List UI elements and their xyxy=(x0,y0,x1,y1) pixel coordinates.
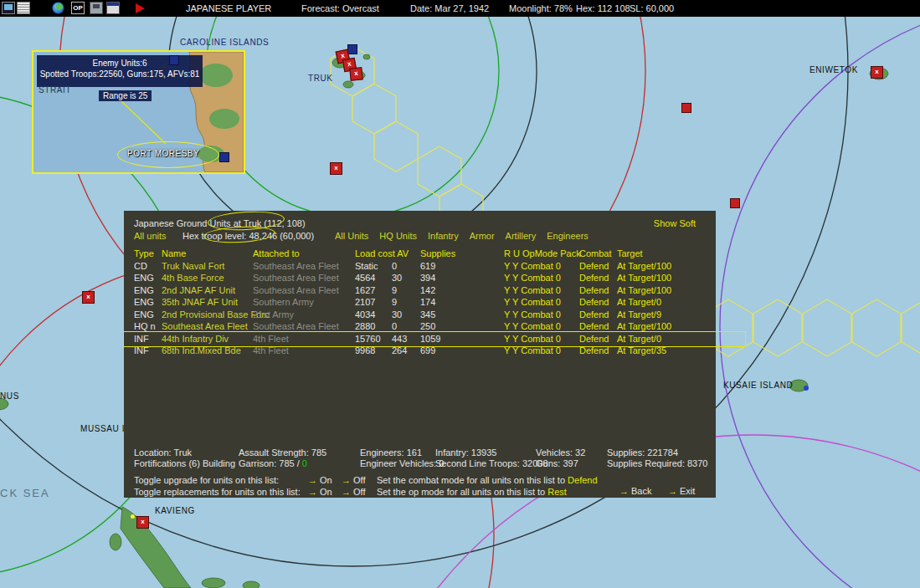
unit-supplies: 699 xyxy=(420,345,504,357)
filter-engineers[interactable]: Engineers xyxy=(547,230,588,243)
unit-combat-mode[interactable]: Defend xyxy=(579,320,617,333)
col-supplies: Supplies xyxy=(420,248,504,260)
unit-target[interactable]: At Target/9 xyxy=(617,309,706,321)
replacements-on-button[interactable]: →On xyxy=(308,486,342,498)
unit-mode-toggle[interactable]: Y Y Combat 0 xyxy=(504,260,579,273)
summary-assault-strength: Assault Strength: 785 xyxy=(239,447,360,458)
globe-icon[interactable] xyxy=(52,2,64,14)
hex-coords-text: Hex: 112 108 xyxy=(576,3,630,13)
unit-combat-mode[interactable]: Defend xyxy=(579,296,617,309)
unit-type: ENG xyxy=(134,272,162,284)
sea-level-text: SL: 60,000 xyxy=(630,3,674,13)
unit-combat-mode[interactable]: Defend xyxy=(579,333,617,345)
table-row: CD Truk Naval Fort Southeast Area Fleet … xyxy=(134,260,716,273)
unit-target[interactable]: At Target/100 xyxy=(617,272,706,284)
unit-mode-toggle[interactable]: Y Y Combat 0 xyxy=(504,272,579,284)
unit-combat-mode[interactable]: Defend xyxy=(579,284,617,297)
unit-mode-toggle[interactable]: Y Y Combat 0 xyxy=(504,296,579,309)
op-mode-icon[interactable]: OP xyxy=(71,2,85,14)
show-soft-link[interactable]: Show Soft xyxy=(654,217,696,230)
unit-target[interactable]: At Target/100 xyxy=(617,260,706,273)
unit-name-link[interactable]: 2nd JNAF AF Unit xyxy=(162,284,253,297)
unit-combat-mode[interactable]: Defend xyxy=(579,309,617,321)
unit-name-link[interactable]: 35th JNAF AF Unit xyxy=(162,296,253,309)
set-combat-mode-value[interactable]: Defend xyxy=(568,474,597,486)
ground-unit-counter-icon[interactable]: x xyxy=(330,162,342,175)
filter-artillery[interactable]: Artillery xyxy=(506,230,537,243)
filter-armor[interactable]: Armor xyxy=(470,230,495,243)
table-header: Type Name Attached to Load cost AV Suppl… xyxy=(134,248,716,260)
table-row: ENG 35th JNAF AF Unit Southern Army 2107… xyxy=(134,296,716,309)
summary-garrison: Garrison: 785 / 0 xyxy=(239,458,360,469)
upgrade-on-button[interactable]: →On xyxy=(308,474,342,486)
port-moresby-highlight-ellipse xyxy=(117,141,219,168)
unit-mode-toggle[interactable]: Y Y Combat 0 xyxy=(504,309,579,321)
arrow-icon: → xyxy=(308,487,317,497)
filter-infantry[interactable]: Infantry xyxy=(428,230,459,243)
unit-name-link[interactable]: Southeast Area Fleet xyxy=(162,320,253,333)
back-button[interactable]: →Back xyxy=(619,486,651,496)
unit-name-link[interactable]: 44th Infantry Div xyxy=(162,333,253,345)
summary-vehicles: Vehicles: 32 xyxy=(536,447,607,458)
unit-name-link[interactable]: 2nd Provisional Base Forc xyxy=(162,309,253,321)
unit-target[interactable]: At Target/100 xyxy=(617,320,706,333)
set-op-mode-value[interactable]: Rest xyxy=(547,486,567,498)
summary-second-line-troops: Second Line Troops: 32008 xyxy=(435,458,536,469)
window-icon[interactable] xyxy=(106,2,120,14)
unit-name-link[interactable]: Truk Naval Fort xyxy=(162,260,253,273)
unit-mode-toggle[interactable]: Y Y Combat 0 xyxy=(504,320,579,333)
unit-combat-mode[interactable]: Defend xyxy=(579,260,617,273)
unit-target[interactable]: At Target/35 xyxy=(617,345,706,357)
port-dot-icon xyxy=(804,386,809,391)
unit-mode-toggle[interactable]: Y Y Combat 0 xyxy=(504,333,579,345)
summary-supplies: Supplies: 221784 xyxy=(607,447,716,458)
save-disk-icon[interactable] xyxy=(90,2,103,14)
moonlight-text: Moonlight: 78% xyxy=(509,3,573,13)
menu-grid-icon[interactable] xyxy=(17,2,30,14)
units-table: Type Name Attached to Load cost AV Suppl… xyxy=(124,248,716,357)
play-turn-icon[interactable] xyxy=(136,3,145,13)
unit-name-link[interactable]: 4th Base Force xyxy=(162,272,253,284)
naval-hq-counter-icon[interactable] xyxy=(347,44,357,54)
ground-unit-counter-icon[interactable]: x xyxy=(136,516,149,529)
set-op-mode-label: Set the op mode for all units on this li… xyxy=(377,486,545,498)
arrow-icon: → xyxy=(308,475,317,485)
unit-av: 264 xyxy=(392,345,420,357)
on-label: On xyxy=(320,487,332,497)
all-units-link[interactable]: All units xyxy=(134,230,182,243)
upgrade-off-button[interactable]: →Off xyxy=(342,474,377,486)
filter-all-units[interactable]: All Units xyxy=(335,230,368,243)
unit-target[interactable]: At Target/0 xyxy=(617,333,706,345)
unit-attached: Southeast Area Fleet xyxy=(253,260,355,273)
summary-supplies-required: Supplies Required: 8370 xyxy=(607,458,716,469)
col-target: Target xyxy=(617,248,706,260)
filter-hq-units[interactable]: HQ Units xyxy=(379,230,417,243)
summary-fortifications: Fortifications (6) Building xyxy=(134,458,239,469)
unit-target[interactable]: At Target/0 xyxy=(617,296,706,309)
unit-mode-toggle[interactable]: Y Y Combat 0 xyxy=(504,284,579,297)
exit-button[interactable]: →Exit xyxy=(668,486,695,496)
enemy-base-counter-icon[interactable] xyxy=(219,152,229,162)
col-load-cost-av: Load cost AV xyxy=(355,248,420,260)
ground-unit-counter-icon[interactable]: x xyxy=(349,67,362,80)
unit-type: ENG xyxy=(134,284,162,297)
unit-combat-mode[interactable]: Defend xyxy=(579,345,617,357)
off-label: Off xyxy=(353,475,365,485)
replacements-off-button[interactable]: →Off xyxy=(342,486,377,498)
monitor-icon[interactable] xyxy=(2,2,15,14)
unit-load-cost: 15760 xyxy=(355,333,392,345)
unit-combat-mode[interactable]: Defend xyxy=(579,272,617,284)
unit-name-link[interactable]: 68th Ind.Mixed Bde xyxy=(162,345,253,357)
enemy-unit-counter-icon[interactable] xyxy=(169,55,179,65)
ground-unit-counter-icon[interactable]: x xyxy=(82,291,95,304)
ground-unit-counter-icon[interactable]: x xyxy=(871,66,883,79)
air-unit-counter-icon[interactable] xyxy=(681,103,691,113)
unit-target[interactable]: At Target/100 xyxy=(617,284,706,297)
toggle-replacements-label: Toggle replacements for units on this li… xyxy=(134,486,308,498)
unit-type: ENG xyxy=(134,309,162,321)
overview-minimap[interactable]: Enemy Units:6 Spotted Troops:22560, Guns… xyxy=(32,50,245,174)
air-unit-counter-icon[interactable] xyxy=(730,198,740,208)
unit-mode-toggle[interactable]: Y Y Combat 0 xyxy=(504,345,579,357)
summary-engineers: Engineers: 161 xyxy=(360,447,435,458)
player-title: JAPANESE PLAYER xyxy=(186,3,271,13)
